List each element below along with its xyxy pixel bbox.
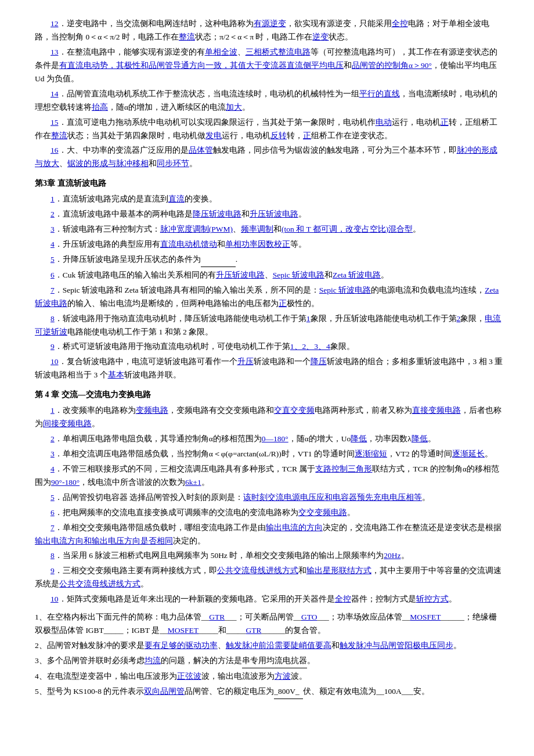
fill-14-1: 平行的直线 — [359, 89, 400, 98]
ch3-num-6[interactable]: 6 — [50, 271, 55, 279]
ch3-fill-10-3: 基本 — [108, 370, 124, 379]
extra-fill-5-1: 双向品闸管 — [144, 687, 185, 696]
item-num-12[interactable]: 12 — [50, 19, 59, 28]
ch4-fill-2-1: 0—180° — [262, 434, 288, 443]
ch3-fill-2-1: 降压斩波电路 — [193, 210, 241, 218]
ch3-item-5: 5．升降压斩波电路呈现升压状态的条件为 . — [35, 253, 505, 267]
ch4-item-4: 4．不管三相联接形式的不同，三相交流调压电路具有多种形式，TCR 属于支路控制三… — [35, 463, 505, 489]
fill-12-2: 全控 — [392, 19, 408, 28]
extra-blank-3: 串专用均流电抗器 — [242, 654, 307, 668]
extra-fill-2-1: 要有足够的驱动功率 — [145, 641, 218, 650]
ch4-fill-7-1: 输出电流的方向 — [266, 523, 323, 532]
ch3-fill-9-1: 1、2、3、4 — [290, 342, 330, 351]
fill-15-6: 正 — [303, 131, 311, 140]
ch3-num-2[interactable]: 2 — [50, 210, 55, 218]
item-13: 13．在整流电路中，能够实现有源逆变的有单相全波、三相桥式整流电路等（可控整流电… — [35, 46, 505, 86]
ch4-num-6[interactable]: 6 — [50, 508, 55, 517]
ch4-fill-10-1: 全控 — [335, 595, 351, 603]
ch4-num-10[interactable]: 10 — [50, 595, 59, 603]
ch3-fill-10-2: 降压 — [311, 357, 327, 366]
ch4-fill-1-2: 交直交变频 — [274, 406, 315, 415]
ch4-fill-1-3: 直接变频电路 — [412, 406, 461, 415]
ch3-fill-8-2: 2 — [457, 314, 461, 323]
chapter3-title: 第3章 直流斩波电路 — [35, 177, 505, 190]
ch4-num-7[interactable]: 7 — [50, 523, 55, 532]
fill-12-4: 逆变 — [312, 33, 329, 41]
ch3-fill-10-1: 升压 — [237, 357, 254, 366]
ch4-fill-4-2: 90°-180° — [51, 478, 80, 487]
item-num-15[interactable]: 15 — [50, 118, 59, 127]
extra-item-5: 5、型号为 KS100-8 的元件表示双向品闸管品闸管、它的额定电压为_800V… — [35, 685, 505, 699]
extra-section: 1、在空格内标出下面元件的简称：电力品体管__GTR___；可关断品闸管__GT… — [35, 611, 505, 699]
ch3-fill-6-1: 升压斩波电路 — [216, 271, 265, 279]
extra-fill-4-1: 正弦波 — [177, 672, 201, 681]
ch3-item-9: 9．桥式可逆斩波电路用于拖动直流电动机时，可使电动机工作于第1、2、3、4象限。 — [35, 340, 505, 354]
ch4-num-2[interactable]: 2 — [50, 434, 55, 443]
fill-13-2: 三相桥式整流电路 — [246, 48, 311, 56]
extra-item-4: 4、在电流型逆变器中，输出电压波形为正弦波波，输出电流波形为方波波。 — [35, 670, 505, 683]
extra-item-3: 3、多个品闸管并联时必须考虑均流的问题，解决的方法是串专用均流电抗器。 — [35, 654, 505, 668]
ch4-fill-9-3: 公共交流母线进线方式 — [59, 579, 140, 588]
ch3-fill-4-1: 直流电动机馈动 — [160, 240, 217, 249]
item-15: 15．直流可逆电力拖动系统中电动机可以实现四象限运行，当其处于第一象限时，电动机… — [35, 116, 505, 143]
extra-item-1: 1、在空格内标出下面元件的简称：电力品体管__GTR___；可关断品闸管__GT… — [35, 611, 505, 638]
ch3-num-10[interactable]: 10 — [50, 357, 59, 366]
fill-16-1: 品体管 — [189, 146, 213, 154]
ch4-num-3[interactable]: 3 — [50, 449, 55, 458]
ch4-fill-2-2: 降低 — [351, 434, 367, 443]
ch3-fill-3-1: 脉冲宽度调制(PWM) — [160, 225, 233, 233]
fill-14-2: 抬高 — [92, 103, 108, 111]
ch3-num-7[interactable]: 7 — [50, 286, 55, 294]
ch3-item-7: 7．Sepic 斩波电路和 Zeta 斩波电路具有相同的输入输出关系，所不同的是… — [35, 284, 505, 311]
ch4-fill-4-3: 6k±1 — [185, 478, 201, 487]
ch3-fill-3-2: 频率调制 — [241, 225, 273, 233]
ch3-fill-6-3: Zeta 斩波电路 — [333, 271, 381, 279]
ch3-fill-1-1: 直流 — [168, 195, 185, 203]
ch4-fill-4-1: 支路控制三角形 — [315, 465, 372, 473]
ch4-fill-6-1: 交交变频电路 — [298, 508, 347, 517]
fill-12-3: 整流 — [179, 33, 195, 41]
extra-fill-2-2: 触发脉冲前沿需要陡峭值要高 — [226, 641, 331, 650]
ch3-item-3: 3．斩波电路有三种控制方式：脉冲宽度调制(PWM)、频率调制和(ton 和 T … — [35, 223, 505, 236]
fill-12-1: 有源逆变 — [254, 19, 286, 28]
ch4-num-1[interactable]: 1 — [50, 406, 55, 415]
ch4-num-4[interactable]: 4 — [50, 465, 55, 473]
ch3-num-9[interactable]: 9 — [50, 342, 55, 351]
extra-blank-5-1: _800V_ — [274, 685, 303, 699]
fill-13-1: 单相全波 — [205, 48, 237, 56]
ch4-item-2: 2．单相调压电路带电阻负载，其导通控制角α的移相范围为0—180°，随α的增大，… — [35, 433, 505, 446]
ch3-item-6: 6．Cuk 斩波电路电压的输入输出关系相同的有升压斩波电路、Sepic 斩波电路… — [35, 269, 505, 282]
ch4-item-5: 5．品闸管投切电容器 选择品闸管投入时刻的原则是：该时刻交流电源电压应和电容器预… — [35, 491, 505, 505]
ch3-fill-7-2: Zeta 斩波电路 — [35, 286, 499, 308]
extra-fill-2-3: 触发脉冲与品闸管阳极电压同步 — [340, 641, 453, 650]
ch3-fill-7-3: 正 — [279, 299, 287, 308]
fill-15-3: 整流 — [51, 131, 67, 140]
ch4-num-5[interactable]: 5 — [50, 493, 55, 502]
item-16: 16．大、中功率的变流器广泛应用的是品体管触发电路，同步信号为锯齿波的触发电路，… — [35, 144, 505, 171]
item-num-13[interactable]: 13 — [50, 48, 59, 56]
ch4-num-9[interactable]: 9 — [50, 566, 55, 575]
document-body: 12．逆变电路中，当交流侧和电网连结时，这种电路称为有源逆变，欲实现有源逆变，只… — [35, 17, 505, 699]
ch3-num-8[interactable]: 8 — [50, 314, 55, 323]
ch3-num-4[interactable]: 4 — [50, 240, 55, 249]
ch3-num-5[interactable]: 5 — [50, 255, 55, 264]
ch3-fill-8-3: 电流可逆斩波 — [35, 314, 501, 336]
ch3-fill-8-1: 1 — [306, 314, 311, 323]
fill-14-3: 加大 — [226, 103, 242, 111]
ch3-fill-6-2: Sepic 斩波电路 — [273, 271, 324, 279]
ch3-fill-2-2: 升压斩波电路 — [250, 210, 298, 218]
ch4-num-8[interactable]: 8 — [50, 551, 55, 560]
chapter4-section: 第 4 章 交流—交流电力变换电路 1．改变频率的电路称为变频电路，变频电路有交… — [35, 388, 505, 606]
ch4-fill-10-2: 斩控方式 — [416, 595, 449, 603]
item-num-14[interactable]: 14 — [50, 89, 59, 98]
ch4-fill-2-3: 降低 — [412, 434, 428, 443]
ch4-item-9: 9．三相交交变频电路主要有两种接线方式，即公共交流母线进线方式和输出星形联结方式… — [35, 564, 505, 591]
ch4-fill-7-2: 输出电流方向和输出电压方向是否相同 — [35, 537, 173, 545]
ch3-num-3[interactable]: 3 — [50, 225, 55, 233]
extra-item-2: 2、品闸管对触发脉冲的要求是要有足够的驱动功率、触发脉冲前沿需要陡峭值要高和触发… — [35, 639, 505, 653]
ch3-fill-4-2: 单相功率因数校正 — [225, 240, 290, 249]
ch3-num-1[interactable]: 1 — [50, 195, 55, 203]
item-num-16[interactable]: 16 — [50, 146, 59, 154]
extra-fill-4-2: 方波 — [275, 672, 291, 681]
chapter4-title: 第 4 章 交流—交流电力变换电路 — [35, 388, 505, 402]
